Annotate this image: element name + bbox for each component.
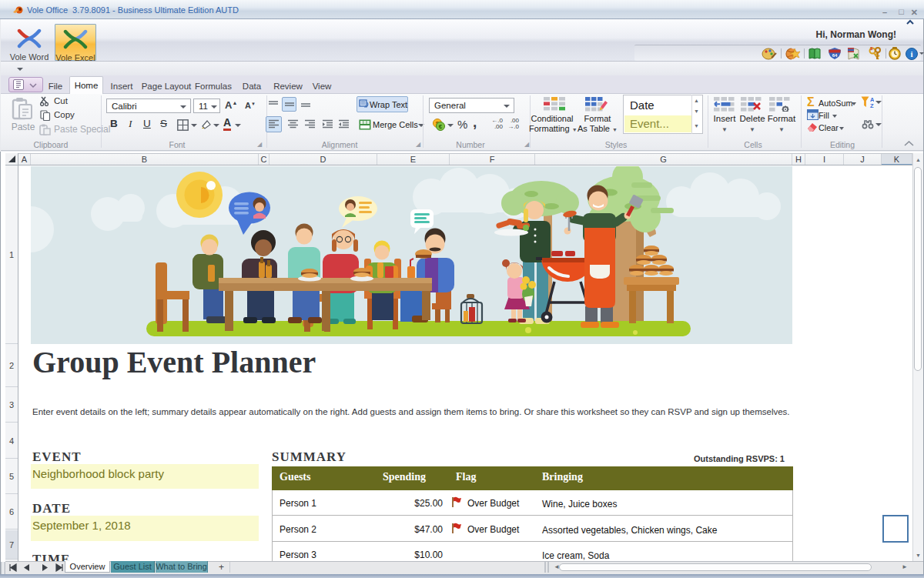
- svg-text:i: i: [910, 49, 912, 58]
- svg-text:64: 64: [832, 53, 838, 58]
- svg-text:Z: Z: [870, 102, 874, 109]
- svg-text:€: €: [439, 123, 443, 130]
